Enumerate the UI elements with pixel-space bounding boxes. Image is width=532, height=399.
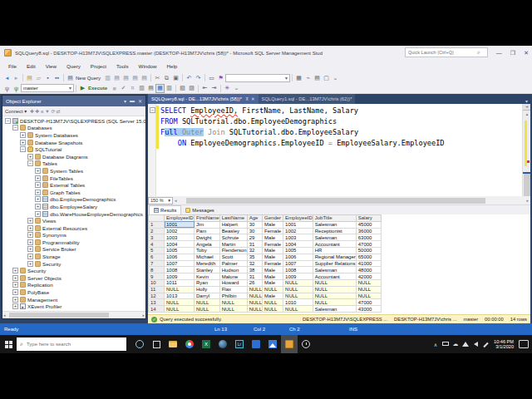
grid-cell[interactable]: Martin [219, 241, 247, 248]
query-editor[interactable]: − SELECT EmployeeID, FirstName, LastName… [148, 104, 530, 196]
cut-icon[interactable]: ✂ [153, 73, 162, 82]
grid-cell[interactable]: 1005 [165, 247, 195, 254]
tree-node[interactable]: +External Tables [2, 181, 145, 189]
tree-node[interactable]: +Storage [2, 253, 145, 260]
grid-cell[interactable]: 30 [247, 228, 262, 234]
grid-cell[interactable]: NULL [313, 279, 356, 286]
grid-cell[interactable]: 50000 [356, 247, 381, 254]
tree-node[interactable]: +Database Snapshots [2, 139, 145, 146]
grid-cell[interactable]: Kevin [195, 273, 220, 280]
grid-cell[interactable]: Howard [219, 279, 247, 286]
grid-cell[interactable]: NULL [283, 293, 313, 299]
column-header[interactable]: Salary [356, 215, 381, 222]
grid-cell[interactable]: NULL [247, 286, 262, 293]
expand-icon[interactable]: + [35, 204, 41, 209]
code-line[interactable]: FROM SQLTutorial.dbo.EmployeeDemographic… [160, 116, 445, 127]
results-to-file-icon[interactable]: ▥ [165, 84, 174, 93]
grid-cell[interactable]: 1003 [283, 234, 313, 241]
grid-cell[interactable]: 45000 [356, 221, 381, 228]
column-header[interactable]: FirstName [195, 215, 220, 222]
grid-cell[interactable]: Halpert [219, 221, 247, 228]
grid-cell[interactable]: 42000 [356, 273, 381, 280]
grid-cell[interactable]: NULL [356, 279, 381, 286]
tabstrip-dropdown-icon[interactable]: ▾ [525, 98, 530, 104]
collapse-icon[interactable]: − [5, 118, 11, 124]
toolbar-overflow-1-icon[interactable]: ⌄ [331, 73, 340, 82]
grid-cell[interactable]: NULL [219, 299, 247, 306]
collapse-icon[interactable]: − [12, 125, 18, 131]
uncomment-icon[interactable]: ▨ [187, 84, 196, 93]
grid-cell[interactable]: 35 [247, 254, 262, 260]
grid-cell[interactable]: 48000 [356, 267, 381, 273]
taskbar-clock[interactable]: 10:46 PM 3/1/2020 [494, 339, 514, 350]
grid-cell[interactable]: Jim [195, 221, 220, 228]
script-1-icon[interactable]: ▤ [112, 73, 121, 82]
column-header[interactable]: EmployeeID [165, 215, 195, 222]
grid-cell[interactable]: NULL [247, 293, 262, 299]
menu-tools[interactable]: Tools [111, 62, 133, 71]
results-to-text-icon[interactable]: ▤ [146, 84, 155, 93]
taskbar-search-box[interactable]: ⌕ [17, 337, 126, 351]
tree-node[interactable]: +System Databases [2, 131, 145, 139]
database-selector[interactable]: master▾ [21, 84, 74, 92]
grid-cell[interactable]: Dwight [195, 234, 220, 241]
expand-icon[interactable]: + [27, 218, 33, 224]
grid-cell[interactable]: Scott [219, 254, 247, 260]
change-type-2-icon[interactable]: ▥ [137, 84, 146, 93]
expand-icon[interactable]: + [27, 232, 33, 238]
grid-cell[interactable]: Accountant [313, 241, 356, 248]
grid-cell[interactable]: 32 [247, 247, 262, 254]
tree-node[interactable]: +PolyBase [2, 288, 145, 296]
window-position-icon[interactable]: ▾ [124, 98, 126, 104]
grid-cell[interactable]: 31 [247, 273, 262, 280]
grid-cell[interactable]: NULL [356, 286, 381, 293]
scroll-left-icon[interactable]: ◂ [173, 198, 179, 203]
change-type-1-icon[interactable]: ⌗ [128, 84, 137, 93]
grid-cell[interactable]: 1006 [283, 254, 313, 260]
restore-button[interactable]: ❐ [510, 50, 515, 57]
grid-cell[interactable]: Palmer [219, 260, 247, 267]
tab-sqlquery2[interactable]: SQLQuery1.sql - DE...13M7JV\chris (62))* [259, 94, 356, 104]
tree-node[interactable]: +Database Diagrams [2, 153, 145, 160]
pin-icon[interactable]: ▬ [130, 98, 135, 104]
tree-node[interactable]: −Databases [2, 125, 145, 132]
column-header[interactable]: EmployeeID [283, 215, 313, 222]
object-explorer-header[interactable]: Object Explorer ▾ ▬ ✕ [2, 96, 145, 106]
connect-button[interactable]: Connect ▾ [5, 109, 27, 114]
grid-cell[interactable]: NULL [165, 306, 195, 313]
grid-cell[interactable]: Accountant [313, 273, 356, 280]
availability-group-1-icon[interactable]: ψ [2, 84, 12, 93]
grid-cell[interactable]: Malone [219, 273, 247, 280]
tree-node[interactable]: +Server Objects [2, 274, 145, 282]
battery-icon[interactable] [441, 342, 451, 347]
browser-icon[interactable] [214, 335, 231, 353]
new-project-icon[interactable]: ▤ [25, 73, 34, 82]
toolbar-overflow-2-icon[interactable]: ⌄ [232, 84, 241, 93]
row-number[interactable]: 5 [149, 247, 165, 254]
menu-project[interactable]: Project [86, 62, 111, 71]
row-number[interactable]: 10 [149, 279, 165, 286]
grid-cell[interactable]: 1001 [283, 221, 313, 228]
menu-file[interactable]: File [3, 62, 22, 71]
row-number[interactable]: 1 [149, 221, 165, 228]
grid-cell[interactable]: Female [263, 228, 283, 234]
cancel-query-icon[interactable]: ■ [110, 84, 119, 93]
expand-icon[interactable]: + [12, 303, 18, 309]
grid-cell[interactable]: Male [263, 293, 283, 299]
grid-cell[interactable]: NULL [263, 306, 283, 313]
comment-icon[interactable]: ▧ [178, 84, 187, 93]
grid-cell[interactable]: NULL [263, 299, 283, 306]
row-number[interactable]: 8 [149, 267, 165, 273]
grid-cell[interactable]: Male [263, 279, 283, 286]
row-number[interactable]: 14 [149, 306, 165, 313]
tree-node[interactable]: +dbo.EmployeeSalary [2, 203, 145, 210]
expand-icon[interactable]: + [27, 239, 33, 245]
grid-cell[interactable]: NULL [165, 299, 195, 306]
row-number[interactable]: 3 [149, 234, 165, 241]
grid-cell[interactable]: Ryan [195, 279, 220, 286]
collapse-icon[interactable]: − [27, 160, 33, 166]
column-header[interactable]: JobTitle [313, 215, 356, 222]
grid-cell[interactable]: 65000 [356, 254, 381, 260]
row-number[interactable]: 11 [149, 286, 165, 293]
scrollbar-thumb[interactable] [186, 198, 485, 204]
